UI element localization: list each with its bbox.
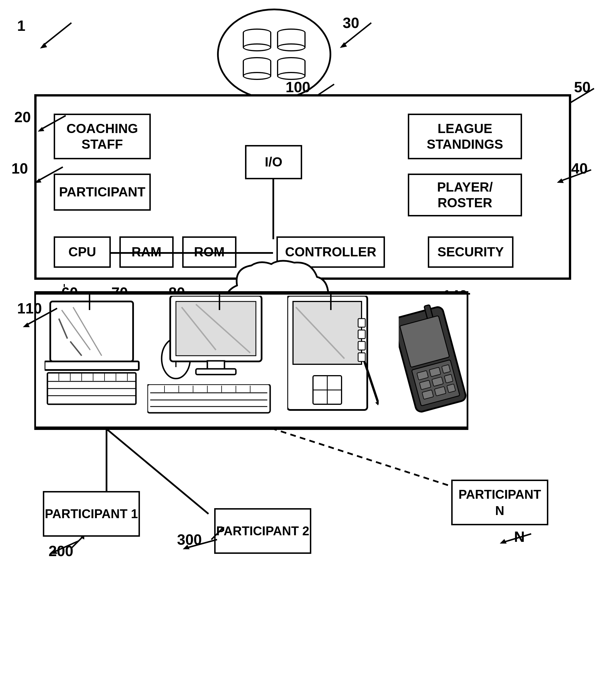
arrow-200-to-p1 xyxy=(69,534,91,551)
arrow-20 xyxy=(34,113,71,136)
player-roster-box: PLAYER/ ROSTER xyxy=(408,174,522,216)
security-box: SECURITY xyxy=(428,236,513,268)
participant-n-label: PARTICIPANT N xyxy=(453,486,547,519)
network-box xyxy=(34,291,468,428)
league-standings-box: LEAGUE STANDINGS xyxy=(408,114,522,159)
svg-rect-59 xyxy=(358,319,365,327)
svg-line-82 xyxy=(271,428,448,485)
db-cylinder-1 xyxy=(243,28,271,51)
arrow-1 xyxy=(26,17,83,51)
svg-rect-62 xyxy=(358,353,365,361)
svg-line-8 xyxy=(40,116,66,130)
pda-icon xyxy=(287,296,379,416)
svg-line-87 xyxy=(503,534,531,542)
io-line-down xyxy=(273,179,274,239)
db-cylinder-2 xyxy=(277,28,306,51)
svg-rect-20 xyxy=(45,361,139,370)
arrow-30 xyxy=(331,17,377,51)
svg-line-79 xyxy=(26,308,57,325)
arrow-110 xyxy=(17,303,63,331)
arrow-10 xyxy=(31,164,69,187)
ref-20: 20 xyxy=(14,108,31,126)
cpu-label: CPU xyxy=(68,244,96,260)
desktop-icon xyxy=(159,296,273,384)
svg-rect-43 xyxy=(147,384,270,413)
arrow-40 xyxy=(551,167,597,190)
participant-n-box: PARTICIPANT N xyxy=(451,480,548,525)
svg-line-91 xyxy=(211,528,223,539)
ref-1: 1 xyxy=(17,17,25,34)
svg-rect-75 xyxy=(444,374,453,383)
ref-10: 10 xyxy=(11,160,28,177)
svg-rect-42 xyxy=(196,369,236,375)
svg-rect-78 xyxy=(447,384,456,393)
keyboard-icon xyxy=(147,384,273,418)
svg-rect-72 xyxy=(442,365,451,373)
arrow-N xyxy=(497,525,534,548)
main-server-box: COACHING STAFF PARTICIPANT I/O LEAGUE ST… xyxy=(34,94,571,280)
league-standings-label: LEAGUE STANDINGS xyxy=(409,121,520,152)
io-label: I/O xyxy=(265,154,282,170)
line-to-pN xyxy=(200,428,457,500)
drop-line-laptop xyxy=(89,293,90,310)
diagram-container: 1 xyxy=(0,0,606,700)
arrow-300-to-p2 xyxy=(208,525,231,542)
svg-line-10 xyxy=(37,167,63,181)
svg-line-0 xyxy=(43,23,71,46)
network-top-line xyxy=(36,293,470,295)
bottom-line-left xyxy=(110,252,273,254)
svg-line-89 xyxy=(71,537,83,548)
cpu-box: CPU xyxy=(54,236,111,268)
participant-1-box: PARTICIPANT 1 xyxy=(43,491,140,537)
drop-line-desktop xyxy=(219,293,220,310)
db-cylinder-4 xyxy=(277,57,306,80)
io-box: I/O xyxy=(245,145,302,179)
svg-rect-55 xyxy=(293,301,362,364)
player-roster-label: PLAYER/ ROSTER xyxy=(409,179,520,211)
phone-icon xyxy=(399,304,467,418)
svg-rect-61 xyxy=(358,341,365,350)
db-cylinder-3 xyxy=(243,57,271,80)
participant-1-label: PARTICIPANT 1 xyxy=(45,506,138,522)
drop-line-pda xyxy=(330,293,331,310)
participant-label: PARTICIPANT xyxy=(59,184,145,200)
svg-line-12 xyxy=(560,170,591,181)
security-label: SECURITY xyxy=(438,244,504,260)
svg-line-2 xyxy=(343,23,371,46)
svg-rect-60 xyxy=(358,330,365,339)
